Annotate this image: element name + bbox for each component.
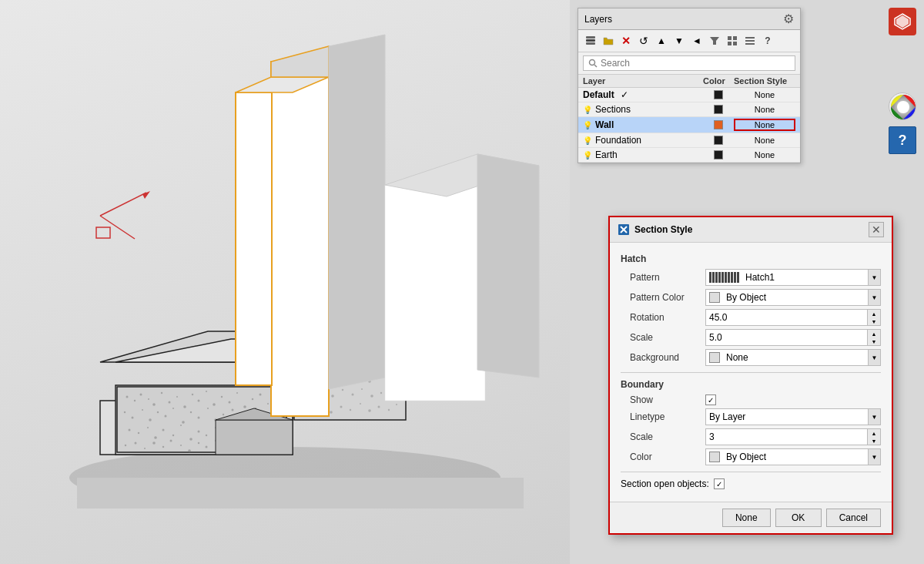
pattern-color-value: By Object bbox=[723, 292, 868, 303]
section-style-wall[interactable]: None bbox=[734, 119, 795, 131]
boundary-heading: Boundary bbox=[621, 379, 881, 390]
table-row-wall[interactable]: 💡 Wall None bbox=[578, 117, 800, 133]
hatch-scale-up[interactable]: ▲ bbox=[868, 330, 880, 337]
help-icon[interactable]: ? bbox=[760, 33, 775, 49]
hatch-scale-spinner[interactable]: ▲ ▼ bbox=[867, 330, 880, 345]
cancel-button[interactable]: Cancel bbox=[826, 509, 881, 527]
svg-rect-124 bbox=[271, 62, 329, 416]
pattern-color-swatch bbox=[709, 292, 720, 303]
svg-point-56 bbox=[206, 435, 207, 436]
table-row[interactable]: 💡 Foundation None bbox=[578, 133, 800, 148]
ok-button[interactable]: OK bbox=[775, 509, 822, 527]
dialog-footer: None OK Cancel bbox=[610, 502, 892, 533]
pattern-color-arrow[interactable]: ▼ bbox=[868, 290, 880, 305]
boundary-scale-control[interactable]: 3 ▲ ▼ bbox=[705, 428, 881, 445]
color-wheel-button[interactable] bbox=[889, 92, 916, 120]
background-label: Background bbox=[621, 352, 705, 363]
filter-icon[interactable] bbox=[707, 33, 722, 49]
bulb-earth: 💡 bbox=[583, 151, 592, 159]
color-swatch-boundary bbox=[709, 452, 720, 462]
hatch-scale-row: Scale 5.0 ▲ ▼ bbox=[621, 329, 881, 346]
background-arrow[interactable]: ▼ bbox=[868, 350, 880, 365]
table-row[interactable]: Default ✓ None bbox=[578, 88, 800, 102]
table-row[interactable]: 💡 Sections None bbox=[578, 102, 800, 117]
col-color: Color bbox=[703, 76, 734, 86]
svg-rect-147 bbox=[745, 40, 755, 42]
list-view-icon[interactable] bbox=[742, 33, 758, 49]
svg-point-67 bbox=[162, 446, 164, 448]
sketchup-logo bbox=[889, 8, 916, 35]
hatch-scale-control[interactable]: 5.0 ▲ ▼ bbox=[705, 329, 881, 346]
rotation-spinner[interactable]: ▲ ▼ bbox=[867, 310, 880, 325]
svg-point-28 bbox=[267, 403, 269, 405]
svg-point-72 bbox=[206, 446, 208, 448]
svg-point-110 bbox=[380, 392, 382, 394]
boundary-scale-spinner[interactable]: ▲ ▼ bbox=[867, 429, 880, 445]
linetype-control[interactable]: By Layer ▼ bbox=[705, 408, 881, 425]
hatch-scale-label: Scale bbox=[621, 332, 705, 343]
delete-icon[interactable]: ✕ bbox=[618, 33, 634, 49]
svg-point-70 bbox=[188, 449, 191, 452]
svg-point-50 bbox=[154, 436, 157, 439]
rotation-up[interactable]: ▲ bbox=[868, 310, 880, 317]
rotation-down[interactable]: ▼ bbox=[868, 317, 880, 325]
svg-marker-133 bbox=[477, 154, 539, 378]
bulb-foundation: 💡 bbox=[583, 136, 592, 145]
search-input[interactable] bbox=[601, 58, 790, 69]
search-input-wrap[interactable] bbox=[583, 55, 795, 71]
table-row[interactable]: 💡 Earth None bbox=[578, 148, 800, 163]
move-left-icon[interactable]: ◄ bbox=[689, 33, 705, 49]
help-button[interactable]: ? bbox=[889, 126, 916, 154]
row-name-foundation: Foundation bbox=[595, 135, 641, 146]
linetype-arrow[interactable]: ▼ bbox=[868, 409, 880, 425]
svg-point-17 bbox=[183, 405, 186, 408]
row-name-wall: Wall bbox=[595, 119, 614, 130]
section-open-checkbox[interactable]: ✓ bbox=[714, 478, 725, 489]
dialog-title-bar: Section Style ✕ bbox=[610, 217, 892, 243]
color-arrow[interactable]: ▼ bbox=[868, 449, 880, 465]
rotation-control[interactable]: 45.0 ▲ ▼ bbox=[705, 309, 881, 326]
svg-point-120 bbox=[368, 409, 371, 412]
close-button[interactable]: ✕ bbox=[869, 222, 884, 237]
boundary-scale-down[interactable]: ▼ bbox=[868, 437, 880, 445]
grid-view-icon[interactable] bbox=[725, 33, 740, 49]
move-down-icon[interactable]: ▼ bbox=[671, 33, 687, 49]
svg-point-22 bbox=[221, 396, 223, 398]
none-button[interactable]: None bbox=[722, 509, 771, 527]
add-layer-icon[interactable] bbox=[583, 33, 598, 49]
pattern-dropdown-arrow[interactable]: ▼ bbox=[868, 270, 880, 285]
pattern-control[interactable]: Hatch1 ▼ bbox=[705, 269, 881, 286]
color-row: Color By Object ▼ bbox=[621, 448, 881, 465]
background-control[interactable]: None ▼ bbox=[705, 349, 881, 366]
rotation-row: Rotation 45.0 ▲ ▼ bbox=[621, 309, 881, 326]
svg-rect-143 bbox=[733, 36, 737, 40]
svg-point-53 bbox=[180, 425, 182, 426]
show-checkbox-wrap[interactable]: ✓ bbox=[705, 394, 881, 405]
svg-point-109 bbox=[370, 394, 373, 398]
show-checkbox[interactable]: ✓ bbox=[705, 394, 716, 405]
svg-rect-139 bbox=[586, 39, 595, 42]
color-control[interactable]: By Object ▼ bbox=[705, 448, 881, 465]
svg-point-71 bbox=[198, 442, 199, 444]
undo-icon[interactable]: ↺ bbox=[636, 33, 651, 49]
svg-line-134 bbox=[100, 193, 146, 216]
svg-point-65 bbox=[144, 448, 146, 449]
boundary-scale-up[interactable]: ▲ bbox=[868, 429, 880, 437]
move-up-icon[interactable]: ▲ bbox=[654, 33, 669, 49]
svg-rect-126 bbox=[236, 92, 272, 385]
linetype-label: Linetype bbox=[621, 411, 705, 422]
svg-point-20 bbox=[206, 391, 207, 392]
svg-point-11 bbox=[140, 394, 142, 396]
settings-icon[interactable]: ⚙ bbox=[783, 12, 794, 26]
layers-toolbar: ✕ ↺ ▲ ▼ ◄ ? bbox=[578, 30, 800, 52]
color-swatch-sections bbox=[714, 105, 723, 114]
folder-icon[interactable] bbox=[601, 33, 616, 49]
hatch-scale-down[interactable]: ▼ bbox=[868, 337, 880, 345]
svg-point-16 bbox=[176, 396, 178, 398]
svg-point-25 bbox=[243, 405, 246, 408]
divider bbox=[621, 372, 881, 373]
section-open-label: Section open objects: bbox=[621, 478, 709, 489]
pattern-color-control[interactable]: By Object ▼ bbox=[705, 289, 881, 306]
svg-rect-144 bbox=[728, 42, 732, 45]
layers-panel: Layers ⚙ ✕ ↺ ▲ ▼ ◄ ? Layer Col bbox=[578, 8, 801, 163]
